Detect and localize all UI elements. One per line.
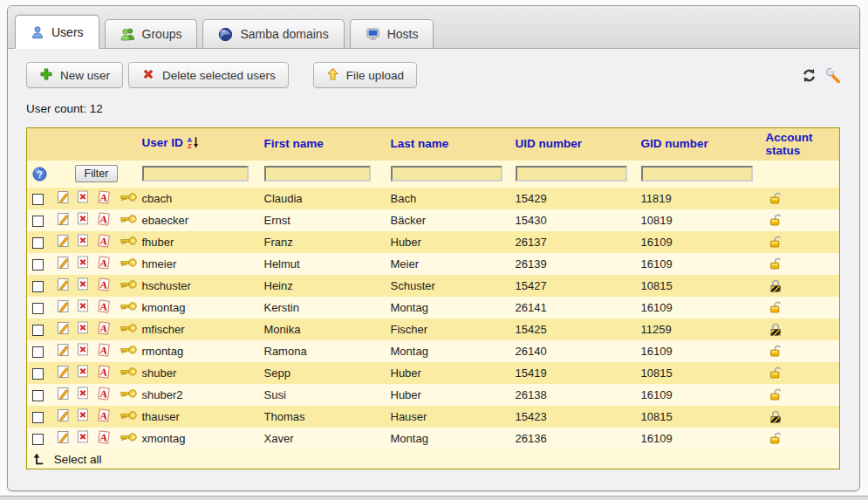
column-header-account-status[interactable]: Account status — [764, 128, 840, 161]
edit-icon[interactable] — [57, 190, 70, 207]
tab-users[interactable]: Users — [15, 15, 99, 49]
pdf-icon[interactable]: A — [97, 212, 111, 229]
user-table-row[interactable]: A fhuber Franz Huber 26137 16109 — [27, 231, 840, 253]
key-icon[interactable] — [120, 257, 137, 271]
delete-icon[interactable] — [77, 343, 89, 359]
user-table-row[interactable]: A shuber2 Susi Huber 26138 16109 — [27, 384, 840, 406]
delete-icon[interactable] — [77, 299, 89, 315]
column-header-first-name[interactable]: First name — [263, 128, 389, 161]
user-table-row[interactable]: A ebaecker Ernst Bäcker 15430 10819 — [27, 209, 840, 231]
user-table-row[interactable]: A rmontag Ramona Montag 26140 16109 — [27, 340, 840, 362]
row-checkbox[interactable] — [32, 412, 44, 423]
pdf-icon[interactable]: A — [97, 430, 111, 447]
delete-icon[interactable] — [77, 408, 89, 424]
key-icon[interactable] — [120, 366, 137, 380]
delete-selected-users-button[interactable]: Delete selected users — [128, 62, 289, 88]
key-icon[interactable] — [120, 432, 137, 445]
row-checkbox[interactable] — [32, 216, 44, 227]
delete-icon[interactable] — [77, 321, 89, 337]
edit-icon[interactable] — [57, 343, 70, 360]
column-header-gid-number[interactable]: GID number — [639, 128, 764, 161]
cell-uid-number: 26138 — [514, 384, 639, 406]
key-icon[interactable] — [120, 192, 137, 205]
row-checkbox[interactable] — [32, 259, 44, 271]
filter-input-user-id[interactable] — [142, 166, 249, 182]
key-icon[interactable] — [120, 410, 137, 423]
pdf-icon[interactable]: A — [97, 408, 111, 425]
row-checkbox[interactable] — [32, 194, 44, 205]
pdf-icon[interactable]: A — [97, 234, 111, 250]
edit-icon[interactable] — [57, 299, 70, 316]
file-upload-button[interactable]: File upload — [313, 62, 417, 88]
pdf-icon[interactable]: A — [97, 190, 111, 207]
edit-icon[interactable] — [57, 234, 70, 250]
user-table-row[interactable]: A hmeier Helmut Meier 26139 16109 — [27, 253, 840, 275]
cell-user-id: xmontag — [140, 428, 263, 449]
cell-last-name: Bäcker — [389, 209, 514, 231]
row-checkbox[interactable] — [32, 434, 44, 445]
user-table-row[interactable]: A xmontag Xaver Montag 26136 16109 — [27, 428, 840, 449]
key-icon[interactable] — [120, 236, 137, 249]
key-icon[interactable] — [120, 323, 137, 336]
key-icon[interactable] — [120, 301, 137, 314]
delete-icon[interactable] — [77, 212, 89, 228]
pdf-icon[interactable]: A — [97, 365, 111, 381]
tab-groups[interactable]: Groups — [105, 19, 198, 48]
edit-icon[interactable] — [57, 212, 70, 229]
edit-icon[interactable] — [57, 365, 70, 381]
row-checkbox[interactable] — [32, 390, 44, 401]
row-checkbox[interactable] — [32, 303, 44, 314]
key-icon[interactable] — [120, 279, 137, 292]
user-table-row[interactable]: A mfischer Monika Fischer 15425 11259 — [27, 318, 840, 340]
column-header-uid-number[interactable]: UID number — [514, 128, 639, 161]
delete-icon[interactable] — [77, 365, 89, 380]
delete-icon[interactable] — [77, 256, 89, 271]
select-all-row[interactable]: Select all — [27, 449, 840, 469]
filter-button[interactable]: Filter — [75, 165, 119, 182]
wrench-icon[interactable] — [825, 67, 842, 84]
tab-hosts[interactable]: Hosts — [350, 19, 434, 48]
user-table-row[interactable]: A shuber Sepp Huber 15419 10815 — [27, 362, 840, 384]
user-table-row[interactable]: A cbach Claudia Bach 15429 11819 — [27, 188, 840, 209]
edit-icon[interactable] — [57, 387, 70, 403]
column-header-user-id[interactable]: User ID A Z — [140, 128, 263, 161]
pdf-icon[interactable]: A — [97, 256, 111, 272]
tab-samba-domains[interactable]: Samba domains — [202, 19, 344, 48]
key-icon[interactable] — [120, 388, 137, 401]
edit-icon[interactable] — [57, 256, 70, 272]
help-icon[interactable]: ? — [32, 167, 47, 182]
pdf-icon[interactable]: A — [97, 299, 111, 316]
key-icon[interactable] — [120, 214, 137, 227]
new-user-label: New user — [60, 69, 110, 82]
edit-icon[interactable] — [57, 277, 70, 294]
key-icon[interactable] — [120, 345, 137, 358]
filter-input-last-name[interactable] — [391, 166, 502, 182]
user-table-row[interactable]: A kmontag Kerstin Montag 26141 16109 — [27, 297, 840, 318]
new-user-button[interactable]: New user — [26, 62, 123, 88]
row-checkbox[interactable] — [32, 325, 44, 336]
delete-icon[interactable] — [77, 190, 89, 206]
delete-icon[interactable] — [77, 234, 89, 250]
row-checkbox[interactable] — [32, 346, 44, 358]
refresh-icon[interactable] — [801, 67, 817, 84]
filter-input-first-name[interactable] — [264, 166, 371, 182]
row-checkbox[interactable] — [32, 237, 44, 249]
filter-input-gid-number[interactable] — [641, 166, 753, 182]
edit-icon[interactable] — [57, 408, 70, 425]
user-table-row[interactable]: A thauser Thomas Hauser 15423 10815 — [27, 406, 840, 428]
pdf-icon[interactable]: A — [97, 321, 111, 338]
column-header-last-name[interactable]: Last name — [389, 128, 514, 161]
filter-input-uid-number[interactable] — [516, 166, 627, 182]
row-checkbox[interactable] — [32, 281, 44, 292]
delete-icon[interactable] — [77, 387, 89, 402]
pdf-icon[interactable]: A — [97, 343, 111, 360]
edit-icon[interactable] — [57, 430, 70, 447]
delete-icon[interactable] — [77, 430, 89, 446]
pdf-icon[interactable]: A — [97, 387, 111, 403]
cell-first-name: Heinz — [263, 275, 389, 297]
pdf-icon[interactable]: A — [97, 277, 111, 294]
user-table-row[interactable]: A hschuster Heinz Schuster 15427 10815 — [27, 275, 840, 297]
edit-icon[interactable] — [57, 321, 70, 338]
row-checkbox[interactable] — [32, 368, 44, 380]
delete-icon[interactable] — [77, 277, 89, 293]
